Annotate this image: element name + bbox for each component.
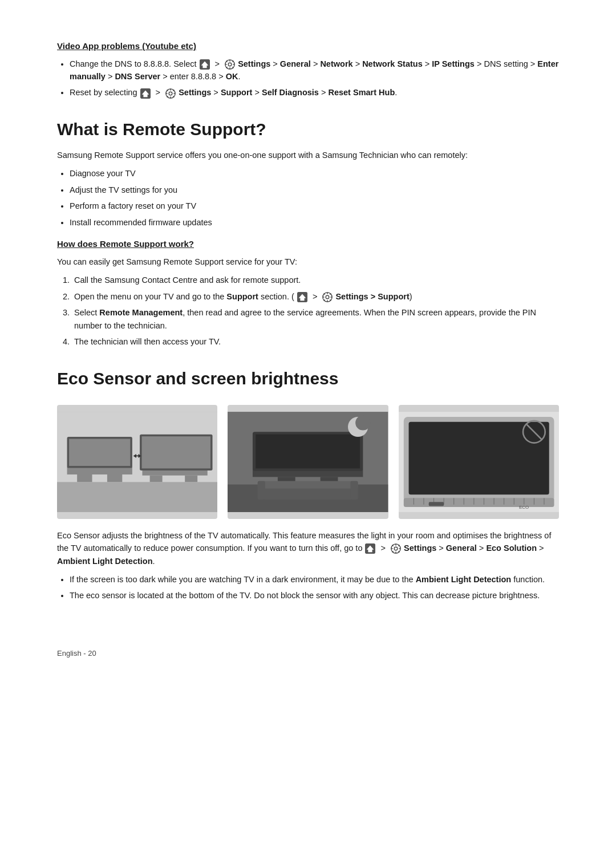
svg-rect-64: [351, 481, 358, 500]
svg-rect-48: [142, 436, 210, 468]
eco-sensor-images: ECO: [57, 405, 559, 519]
svg-point-60: [356, 415, 371, 430]
remote-bullet-1: Diagnose your TV: [70, 167, 559, 180]
eco-image-2: [228, 405, 388, 519]
svg-rect-43: [69, 439, 130, 465]
video-app-bullet-2: Reset by selecting > Settings > Support …: [70, 86, 559, 99]
remote-support-intro: Samsung Remote Support service offers yo…: [57, 149, 559, 161]
svg-rect-70: [403, 498, 554, 507]
settings-label-1: Settings > General > Network > Network S…: [70, 59, 558, 81]
video-app-section: Video App problems (Youtube etc) Change …: [57, 40, 559, 99]
step-1-num: 1.: [63, 274, 70, 286]
svg-rect-41: [107, 474, 122, 482]
home-icon-2: [140, 88, 151, 97]
page-footer: English - 20: [57, 648, 559, 659]
remote-support-steps: 1. Call the Samsung Contact Centre and a…: [57, 274, 559, 348]
gear-icon-3: [322, 292, 333, 301]
eco-description: Eco Sensor adjusts the brightness of the…: [57, 529, 559, 567]
remote-support-title: What is Remote Support?: [57, 116, 559, 142]
step-2-text: Open the menu on your TV and go to the S…: [74, 292, 412, 301]
eco-bullet-2: The eco sensor is located at the bottom …: [70, 589, 559, 602]
gear-icon-2: [165, 88, 176, 97]
svg-point-27: [326, 295, 330, 299]
svg-rect-45: [150, 475, 163, 481]
eco-image-1: [57, 405, 217, 519]
home-icon-4: [364, 543, 376, 553]
video-app-bullets: Change the DNS to 8.8.8.8. Select > Sett…: [57, 58, 559, 99]
remote-support-bullets: Diagnose your TV Adjust the TV settings …: [57, 167, 559, 229]
svg-rect-40: [77, 474, 92, 482]
settings-label-2: Settings > Support > Self Diagnosis > Re…: [179, 88, 397, 97]
svg-rect-62: [258, 481, 358, 488]
how-remote-intro: You can easily get Samsung Remote Suppor…: [57, 255, 559, 268]
step-3-num: 3.: [63, 306, 70, 319]
step-4: 4. The technician will then access your …: [63, 335, 559, 348]
svg-rect-46: [185, 475, 197, 481]
home-icon-3: [297, 292, 308, 301]
svg-rect-67: [408, 421, 549, 494]
video-app-title: Video App problems (Youtube etc): [57, 40, 559, 53]
step-3: 3. Select Remote Management, then read a…: [63, 306, 559, 332]
remote-bullet-3: Perform a factory reset on your TV: [70, 200, 559, 212]
step-1: 1. Call the Samsung Contact Centre and a…: [63, 274, 559, 286]
video-app-bullet-1: Change the DNS to 8.8.8.8. Select > Sett…: [70, 58, 559, 83]
step-4-text: The technician will then access your TV.: [74, 337, 221, 346]
svg-rect-37: [57, 482, 217, 512]
how-remote-title: How does Remote Support work?: [57, 238, 559, 251]
step-1-text: Call the Samsung Contact Centre and ask …: [74, 275, 301, 285]
svg-point-15: [169, 92, 172, 95]
svg-rect-58: [256, 434, 360, 468]
step-2-num: 2.: [63, 290, 70, 303]
remote-bullet-2: Adjust the TV settings for you: [70, 184, 559, 196]
svg-rect-85: [428, 502, 443, 506]
home-icon-1: [199, 59, 210, 68]
page-number: English - 20: [57, 649, 96, 658]
gear-icon-4: [390, 543, 402, 553]
step-3-text: Select Remote Management, then read and …: [74, 308, 536, 330]
remote-support-section: What is Remote Support? Samsung Remote S…: [57, 116, 559, 348]
step-2: 2. Open the menu on your TV and go to th…: [63, 290, 559, 303]
svg-point-90: [394, 547, 398, 550]
eco-sensor-section: Eco Sensor and screen brightness: [57, 366, 559, 602]
svg-text:ECO: ECO: [519, 504, 529, 509]
step-4-num: 4.: [63, 335, 70, 348]
eco-bullet-1: If the screen is too dark while you are …: [70, 573, 559, 586]
eco-image-3: ECO: [399, 405, 559, 519]
svg-rect-39: [67, 466, 132, 474]
svg-point-3: [228, 63, 232, 66]
svg-rect-63: [258, 481, 265, 500]
eco-sensor-title: Eco Sensor and screen brightness: [57, 366, 559, 391]
remote-bullet-4: Install recommended firmware updates: [70, 216, 559, 229]
eco-bullets: If the screen is too dark while you are …: [57, 573, 559, 602]
gear-icon-1: [224, 59, 236, 68]
